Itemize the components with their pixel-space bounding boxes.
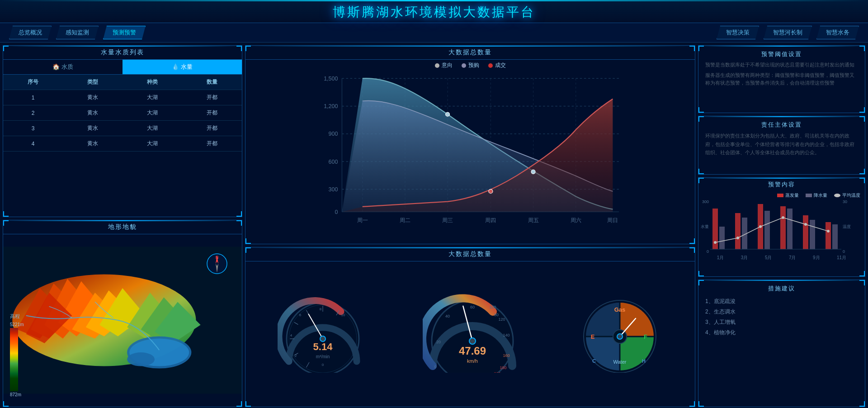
elevation-max: 5221m [10, 322, 24, 327]
y-labels-temp: 30 温度 0 [843, 199, 851, 254]
legend-label-yugou: 预购 [468, 62, 479, 69]
nav-monitor[interactable]: 感知监测 [56, 26, 99, 39]
header: 博斯腾湖水环境模拟大数据平台 [0, 0, 868, 23]
warning-content-panel: 预警内容 蒸发量 降水量 平均温度 300 [698, 177, 865, 277]
svg-text:40: 40 [445, 314, 450, 318]
table-panel: 水量水质列表 🏠 水质 💧 水量 序号 类型 种类 数量 [3, 45, 242, 217]
tab-quality[interactable]: 🏠 水质 [3, 60, 123, 74]
water-icon: 💧 [172, 63, 179, 70]
svg-text:180: 180 [500, 365, 506, 370]
warning-chart-area: 300 水量 0 [698, 199, 865, 254]
svg-text:Water: Water [613, 359, 627, 365]
warning-content-legend: 蒸发量 降水量 平均温度 [698, 191, 865, 199]
svg-text:周二: 周二 [400, 217, 410, 223]
nav-water-affairs[interactable]: 智慧水务 [816, 26, 859, 39]
evaporation-legend-color [777, 194, 783, 197]
svg-text:周四: 周四 [485, 217, 496, 223]
chart-legend: 意向 预购 成交 [245, 60, 695, 71]
gauge-panel-header: 大数据总数量 [245, 247, 695, 261]
legend-yugou: 预购 [462, 62, 479, 69]
svg-point-112 [804, 223, 807, 226]
header-title: 博斯腾湖水环境模拟大数据平台 [0, 4, 868, 21]
legend-chengjiao: 成交 [488, 62, 506, 69]
chart-title: 大数据总数量 [245, 46, 695, 60]
rainfall-legend-color [806, 194, 812, 197]
svg-rect-104 [764, 211, 770, 249]
elevation-min: 872m [10, 392, 21, 397]
speedometer-container: 0 2 4 6 8 10 5.14 m³/min [278, 291, 368, 375]
warning-threshold-panel: 预警阈值设置 预警是当数据库处于不希望出现的状态且需要引起注意时发出的通知 服务… [698, 45, 865, 113]
svg-point-95 [617, 334, 623, 339]
elevation-label: 高程 [10, 313, 20, 320]
compass: N [206, 252, 228, 275]
svg-rect-106 [810, 220, 815, 249]
avgtemp-legend-color [834, 194, 840, 197]
rainfall-label: 降水量 [814, 192, 827, 199]
svg-text:160: 160 [503, 353, 509, 358]
responsibility-title: 责任主体设置 [705, 121, 858, 129]
legend-yixiang: 意向 [435, 62, 453, 69]
svg-text:0: 0 [335, 209, 338, 215]
table-header-row: 序号 类型 种类 数量 [3, 75, 242, 90]
warning-chart-svg [710, 199, 841, 254]
svg-text:Gas: Gas [614, 306, 626, 313]
right-column: 预警阈值设置 预警是当数据库处于不希望出现的状态且需要引起注意时发出的通知 服务… [698, 45, 865, 407]
svg-rect-107 [832, 224, 838, 249]
nav-overview[interactable]: 总览概况 [9, 26, 52, 39]
svg-rect-105 [787, 209, 793, 249]
svg-text:km/h: km/h [467, 358, 478, 364]
home-icon: 🏠 [52, 63, 60, 70]
elevation-gradient-bar [10, 328, 18, 391]
svg-text:E: E [591, 333, 595, 340]
nav-decision[interactable]: 智慧决策 [717, 26, 759, 39]
svg-text:m³/min: m³/min [316, 354, 330, 359]
svg-text:140: 140 [503, 333, 509, 337]
tab-row: 🏠 水质 💧 水量 [3, 60, 242, 75]
y-labels-water: 300 水量 0 [701, 199, 709, 254]
svg-rect-97 [735, 213, 741, 249]
svg-text:1,500: 1,500 [324, 76, 338, 82]
col-id: 序号 [3, 75, 63, 90]
svg-rect-101 [826, 222, 831, 249]
gauge-panel-title: 大数据总数量 [245, 247, 695, 261]
fuel-gauge-container: Gas F H C E Water [577, 291, 663, 375]
svg-text:0: 0 [321, 363, 324, 367]
warning-chart-x-labels: 1月 3月 5月 7月 9月 11月 [698, 254, 865, 262]
svg-text:周六: 周六 [571, 217, 581, 223]
svg-text:80: 80 [494, 313, 499, 317]
svg-text:5.14: 5.14 [313, 341, 333, 352]
table-body: 1 黄水 大湖 开都 2 黄水 大湖 开都 3 黄水 大湖 [3, 90, 242, 152]
svg-text:100: 100 [489, 305, 496, 309]
svg-text:周日: 周日 [607, 217, 618, 223]
svg-text:N: N [216, 255, 219, 260]
tab-quantity[interactable]: 💧 水量 [123, 60, 242, 74]
warning-threshold-title: 预警阈值设置 [705, 50, 858, 58]
svg-point-111 [782, 216, 784, 219]
svg-point-110 [759, 225, 762, 228]
nav-left: 总览概况 感知监测 预测预警 [9, 26, 146, 39]
rec-item-2: 2、生态调水 [705, 307, 858, 317]
svg-text:周五: 周五 [528, 217, 539, 223]
nav-forecast[interactable]: 预测预警 [103, 26, 146, 39]
svg-text:300: 300 [329, 186, 338, 193]
legend-avgtemp: 平均温度 [834, 192, 860, 199]
svg-text:4: 4 [290, 333, 292, 337]
middle-column: 大数据总数量 意向 预购 成交 [245, 45, 695, 407]
nav-right: 智慧决策 智慧河长制 智慧水务 [717, 26, 859, 39]
svg-rect-102 [719, 227, 725, 249]
data-table: 序号 类型 种类 数量 1 黄水 大湖 开都 2 黄水 [3, 75, 242, 152]
col-type: 类型 [63, 75, 123, 90]
svg-text:900: 900 [329, 131, 338, 137]
svg-point-109 [736, 237, 739, 239]
chart-area: 1,500 1,200 900 600 300 0 周一 周二 周三 周四 周五… [245, 71, 695, 240]
rec-item-3: 3、人工增氧 [705, 317, 858, 327]
nav-river[interactable]: 智慧河长制 [764, 26, 812, 39]
svg-point-81 [469, 338, 476, 344]
legend-dot-yixiang [435, 63, 439, 68]
table-row: 2 黄水 大湖 开都 [3, 105, 242, 121]
legend-dot-chengjiao [488, 63, 493, 68]
svg-text:2: 2 [294, 354, 297, 358]
svg-text:F: F [644, 333, 647, 340]
svg-rect-99 [780, 206, 786, 249]
map-panel: 地形地貌 [3, 220, 242, 407]
